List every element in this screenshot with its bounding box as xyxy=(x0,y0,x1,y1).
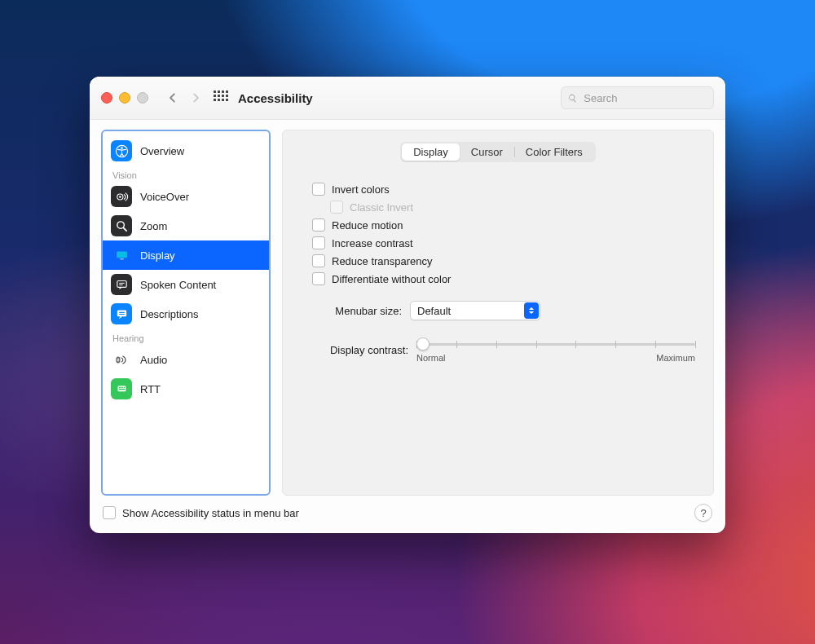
titlebar: Accessibility xyxy=(90,77,725,120)
checkbox-label: Reduce transparency xyxy=(332,255,433,267)
svg-point-3 xyxy=(119,196,121,198)
svg-rect-8 xyxy=(117,310,126,316)
help-button[interactable]: ? xyxy=(694,504,712,522)
sidebar-item-overview[interactable]: Overview xyxy=(103,136,269,165)
svg-rect-13 xyxy=(121,386,122,387)
minimize-window-button[interactable] xyxy=(119,92,130,104)
sidebar-item-rtt[interactable]: RTT xyxy=(103,374,269,404)
rtt-icon xyxy=(111,378,132,399)
checkbox-icon xyxy=(312,236,325,249)
svg-rect-6 xyxy=(120,258,123,259)
sidebar-item-label: Display xyxy=(140,249,175,262)
sidebar-item-voiceover[interactable]: VoiceOver xyxy=(103,182,269,211)
window-title: Accessibility xyxy=(238,91,313,105)
svg-point-10 xyxy=(117,358,119,362)
sidebar-item-label: RTT xyxy=(140,383,161,395)
menubar-size-label: Menubar size: xyxy=(312,305,402,317)
sidebar-item-display[interactable]: Display xyxy=(103,240,269,270)
sidebar-section-hearing: Hearing xyxy=(103,329,269,345)
window-footer: Show Accessibility status in menu bar ? xyxy=(90,496,725,533)
checkbox-label: Invert colors xyxy=(332,183,390,196)
checkbox-show-accessibility-status[interactable]: Show Accessibility status in menu bar xyxy=(103,504,299,522)
svg-point-1 xyxy=(121,147,123,149)
sidebar-item-zoom[interactable]: Zoom xyxy=(103,211,269,240)
slider-min-label: Normal xyxy=(416,353,445,363)
window-controls xyxy=(101,92,148,104)
checkbox-differentiate-without-color[interactable]: Differentiate without color xyxy=(312,270,695,288)
sidebar-item-label: Overview xyxy=(140,145,184,157)
sidebar: Overview Vision VoiceOver Zoom Display xyxy=(101,130,271,496)
checkbox-icon xyxy=(330,201,343,214)
checkbox-icon xyxy=(312,272,325,285)
search-icon xyxy=(568,93,577,104)
checkbox-invert-colors[interactable]: Invert colors xyxy=(312,180,695,198)
tab-display[interactable]: Display xyxy=(402,143,460,161)
slider-max-label: Maximum xyxy=(656,353,695,363)
checkbox-icon xyxy=(312,254,325,267)
descriptions-icon xyxy=(111,303,132,324)
zoom-icon xyxy=(111,215,132,236)
svg-rect-12 xyxy=(118,386,120,387)
checkbox-label: Increase contrast xyxy=(332,237,413,249)
sidebar-item-label: Audio xyxy=(140,354,167,366)
show-all-button[interactable] xyxy=(214,90,228,105)
sidebar-item-label: Zoom xyxy=(140,220,167,232)
checkbox-reduce-motion[interactable]: Reduce motion xyxy=(312,216,695,234)
checkbox-label: Reduce motion xyxy=(332,219,403,232)
voiceover-icon xyxy=(111,186,132,207)
content-panel: Display Cursor Color Filters Invert colo… xyxy=(282,130,714,496)
svg-rect-7 xyxy=(117,280,126,287)
display-icon xyxy=(111,245,132,266)
menubar-size-select[interactable]: Default xyxy=(410,301,540,320)
search-field[interactable] xyxy=(561,86,714,109)
checkbox-icon xyxy=(312,183,325,196)
zoom-window-button[interactable] xyxy=(137,92,148,104)
preferences-window: Accessibility Overview Vision VoiceOver xyxy=(90,77,725,533)
tab-cursor[interactable]: Cursor xyxy=(460,143,514,161)
slider-track xyxy=(416,343,695,346)
sidebar-item-label: Descriptions xyxy=(140,308,199,320)
close-window-button[interactable] xyxy=(101,92,112,104)
checkbox-increase-contrast[interactable]: Increase contrast xyxy=(312,234,695,252)
search-input[interactable] xyxy=(582,91,707,105)
sidebar-item-label: VoiceOver xyxy=(140,191,189,203)
checkbox-reduce-transparency[interactable]: Reduce transparency xyxy=(312,252,695,270)
svg-rect-15 xyxy=(118,388,124,389)
audio-icon xyxy=(111,349,132,370)
select-value: Default xyxy=(417,305,523,317)
display-contrast-slider[interactable] xyxy=(416,337,695,351)
chevron-left-icon xyxy=(167,92,178,104)
svg-rect-5 xyxy=(117,251,127,258)
spoken-content-icon xyxy=(111,274,132,295)
svg-rect-14 xyxy=(123,386,124,387)
slider-thumb[interactable] xyxy=(416,337,430,351)
checkbox-label: Classic Invert xyxy=(350,201,413,214)
checkbox-classic-invert: Classic Invert xyxy=(330,198,695,216)
back-button[interactable] xyxy=(161,86,184,109)
tab-color-filters[interactable]: Color Filters xyxy=(514,143,594,161)
checkbox-label: Show Accessibility status in menu bar xyxy=(122,507,299,519)
tabs: Display Cursor Color Filters xyxy=(400,142,596,162)
sidebar-item-label: Spoken Content xyxy=(140,279,216,291)
checkbox-icon xyxy=(312,218,325,232)
chevron-right-icon xyxy=(190,92,201,104)
forward-button[interactable] xyxy=(184,86,207,109)
display-contrast-label: Display contrast: xyxy=(312,344,408,356)
checkbox-icon xyxy=(103,506,116,519)
sidebar-item-spoken-content[interactable]: Spoken Content xyxy=(103,270,269,299)
checkbox-label: Differentiate without color xyxy=(332,273,451,285)
sidebar-item-audio[interactable]: Audio xyxy=(103,345,269,374)
accessibility-icon xyxy=(111,140,132,161)
sidebar-item-descriptions[interactable]: Descriptions xyxy=(103,299,269,329)
sidebar-section-vision: Vision xyxy=(103,165,269,182)
select-stepper-icon xyxy=(524,302,539,319)
